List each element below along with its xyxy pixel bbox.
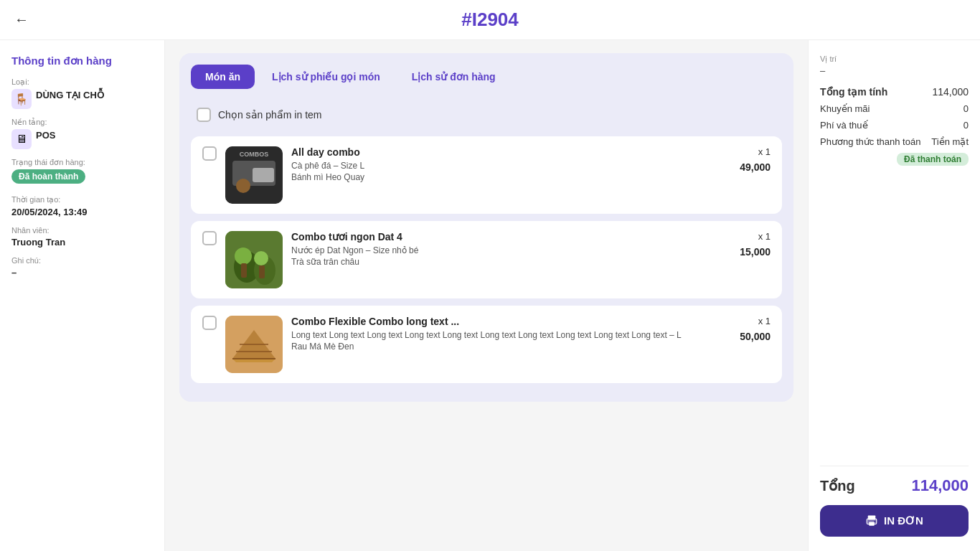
item-checkbox-1[interactable]: [202, 231, 217, 245]
payment-status-badge: Đã thanh toán: [897, 153, 969, 166]
item-price-0: 49,000: [740, 161, 771, 173]
subtotal-label: Tổng tạm tính: [820, 86, 887, 98]
tax-row: Phí và thuế 0: [820, 120, 969, 131]
item-qty-2: x 1: [758, 316, 771, 326]
platform-row: 🖥 POS: [11, 129, 153, 149]
tab-lich-su-don[interactable]: Lịch sử đơn hàng: [397, 65, 510, 89]
right-summary-top: Vị trí – Tổng tạm tính 114,000 Khuyến mã…: [820, 55, 969, 466]
item-details-1: Combo tươi ngon Dat 4 Nước ép Dat Ngon –…: [291, 231, 705, 268]
svg-rect-11: [259, 265, 265, 278]
item-image-1: [225, 231, 283, 288]
main-layout: Thông tin đơn hàng Loại: 🪑 DÙNG TẠI CHỖ …: [0, 40, 980, 551]
discount-row: Khuyến mãi 0: [820, 103, 969, 114]
platform-icon: 🖥: [11, 129, 32, 149]
print-icon: [865, 514, 878, 527]
print-button[interactable]: IN ĐƠN: [820, 505, 969, 537]
item-checkbox-0[interactable]: [202, 146, 217, 161]
item-qty-1: x 1: [758, 231, 771, 242]
item-price-1: 15,000: [740, 246, 771, 258]
tab-panel: Món ăn Lịch sử phiếu gọi món Lịch sử đơn…: [179, 53, 793, 402]
position-label: Vị trí: [820, 55, 969, 64]
tax-label: Phí và thuế: [820, 120, 868, 131]
header: ← #I2904: [0, 0, 980, 40]
item-right-0: x 1 49,000: [713, 146, 771, 173]
total-label: Tổng: [820, 477, 855, 494]
type-icon: 🪑: [11, 89, 32, 109]
item-sub1-1: Nước ép Dat Ngon – Size nhỏ bé: [291, 245, 705, 255]
status-label: Trạng thái đơn hàng:: [11, 158, 153, 167]
item-card-1: Combo tươi ngon Dat 4 Nước ép Dat Ngon –…: [191, 221, 782, 298]
created-value: 20/05/2024, 13:49: [11, 207, 153, 217]
type-value: DÙNG TẠI CHỖ: [36, 90, 104, 100]
platform-value: POS: [36, 130, 55, 141]
item-right-2: x 1 50,000: [713, 316, 771, 342]
svg-point-9: [254, 251, 268, 265]
select-all-row: Chọn sản phẩm in tem: [191, 100, 782, 129]
svg-rect-3: [253, 168, 274, 182]
total-row: Tổng 114,000: [820, 476, 969, 495]
item-sub1-2: Long text Long text Long text Long text …: [291, 330, 705, 340]
note-value: –: [11, 267, 153, 278]
right-summary-bottom: Tổng 114,000 IN ĐƠN: [820, 466, 969, 537]
back-button[interactable]: ←: [14, 11, 29, 28]
order-id-title: #I2904: [461, 9, 519, 31]
center-content: Món ăn Lịch sử phiếu gọi món Lịch sử đơn…: [165, 40, 808, 551]
platform-label: Nền tảng:: [11, 118, 153, 127]
item-details-2: Combo Flexible Combo long text ... Long …: [291, 316, 705, 353]
svg-point-8: [235, 248, 252, 265]
subtotal-value: 114,000: [932, 86, 969, 98]
payment-method-row: Phương thức thanh toán Tiền mặt: [820, 136, 969, 147]
svg-text:COMBOS: COMBOS: [240, 151, 269, 158]
item-name-2: Combo Flexible Combo long text ...: [291, 316, 705, 327]
select-all-checkbox[interactable]: [197, 108, 211, 122]
select-all-label: Chọn sản phẩm in tem: [218, 109, 322, 121]
note-label: Ghi chú:: [11, 256, 153, 265]
item-image-2: [225, 316, 283, 373]
svg-rect-10: [241, 263, 247, 278]
staff-label: Nhân viên:: [11, 226, 153, 235]
discount-value: 0: [963, 103, 969, 114]
item-card-0: COMBOS All day combo Cà phê đá – Size L …: [191, 136, 782, 214]
tab-mon-an[interactable]: Món ăn: [191, 65, 255, 89]
svg-point-2: [236, 179, 250, 193]
type-label: Loại:: [11, 77, 153, 87]
tax-value: 0: [963, 120, 969, 131]
right-sidebar: Vị trí – Tổng tạm tính 114,000 Khuyến mã…: [808, 40, 980, 551]
created-label: Thời gian tạo:: [11, 195, 153, 204]
staff-value: Truong Tran: [11, 237, 153, 248]
item-qty-0: x 1: [758, 146, 771, 157]
svg-rect-20: [869, 522, 875, 526]
left-sidebar: Thông tin đơn hàng Loại: 🪑 DÙNG TẠI CHỖ …: [0, 40, 165, 551]
payment-method-value: Tiền mặt: [931, 136, 969, 147]
status-badge: Đã hoàn thành: [11, 169, 85, 184]
tab-lich-su-phieu[interactable]: Lịch sử phiếu gọi món: [258, 65, 395, 89]
print-label: IN ĐƠN: [884, 514, 923, 527]
type-row: 🪑 DÙNG TẠI CHỖ: [11, 89, 153, 109]
payment-label: Phương thức thanh toán: [820, 136, 920, 147]
item-sub2-0: Bánh mì Heo Quay: [291, 172, 705, 182]
svg-point-21: [874, 521, 875, 522]
item-sub2-1: Trà sữa trân châu: [291, 257, 705, 267]
tabs: Món ăn Lịch sử phiếu gọi món Lịch sử đơn…: [191, 65, 782, 89]
item-sub2-2: Rau Má Mè Đen: [291, 342, 705, 352]
item-name-1: Combo tươi ngon Dat 4: [291, 231, 705, 242]
position-value: –: [820, 65, 969, 76]
item-name-0: All day combo: [291, 146, 705, 158]
item-price-2: 50,000: [740, 331, 771, 342]
item-right-1: x 1 15,000: [713, 231, 771, 258]
total-value: 114,000: [911, 476, 969, 495]
item-checkbox-2[interactable]: [202, 316, 217, 330]
item-card-2: Combo Flexible Combo long text ... Long …: [191, 306, 782, 383]
item-image-0: COMBOS: [225, 146, 283, 204]
item-details-0: All day combo Cà phê đá – Size L Bánh mì…: [291, 146, 705, 184]
discount-label: Khuyến mãi: [820, 103, 870, 114]
item-sub1-0: Cà phê đá – Size L: [291, 161, 705, 171]
sidebar-section-title: Thông tin đơn hàng: [11, 55, 153, 67]
subtotal-row: Tổng tạm tính 114,000: [820, 86, 969, 98]
